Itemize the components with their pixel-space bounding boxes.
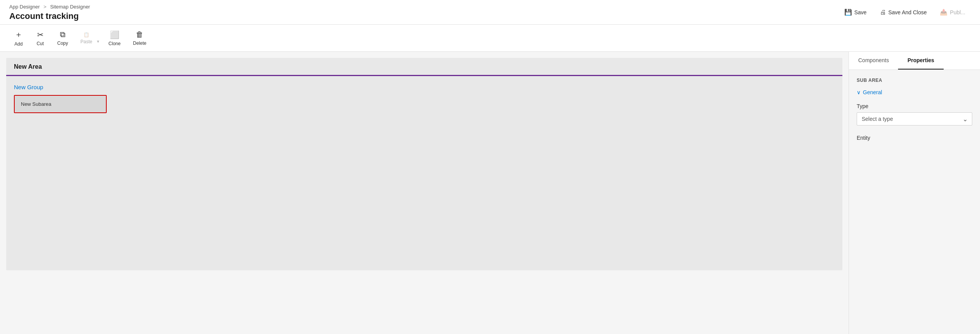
header-left: App Designer > Sitemap Designer Account … [9,4,90,21]
breadcrumb-sitemap-designer[interactable]: Sitemap Designer [50,4,90,10]
main-layout: New Area New Group New Subarea Component… [0,52,980,334]
canvas-area: New Area New Group New Subarea [0,52,849,334]
breadcrumb-separator: > [43,4,46,10]
add-icon: ＋ [15,29,22,40]
area-header[interactable]: New Area [6,58,842,76]
tab-properties-label: Properties [907,57,934,63]
save-and-close-label: Save And Close [888,9,927,15]
paste-button[interactable]: 📋 Paste [74,30,95,47]
paste-chevron-icon: ▼ [96,39,100,44]
copy-icon: ⧉ [60,30,65,39]
paste-group: 📋 Paste ▼ [74,30,102,47]
save-close-icon: 🖨 [880,9,886,16]
subarea-card[interactable]: New Subarea [14,95,107,113]
tab-components[interactable]: Components [849,52,898,70]
save-button[interactable]: 💾 Save [839,6,872,18]
delete-button[interactable]: 🗑 Delete [127,28,153,48]
type-select[interactable]: Select a type [857,112,972,125]
page-title: Account tracking [9,11,90,21]
subarea-title: New Subarea [21,101,100,107]
paste-label: Paste [80,39,92,44]
type-select-wrapper: Select a type [857,112,972,125]
breadcrumb-app-designer[interactable]: App Designer [9,4,40,10]
delete-label: Delete [133,41,147,46]
save-label: Save [854,9,867,15]
clone-label: Clone [109,41,121,46]
publish-icon: 📤 [940,8,948,16]
area-title: New Area [14,63,835,70]
save-icon: 💾 [844,8,852,16]
publish-label: Publ... [950,9,965,15]
chevron-down-icon: ∨ [857,89,861,95]
tab-properties[interactable]: Properties [898,52,943,70]
panel-group-label: General [863,89,882,95]
group-title[interactable]: New Group [14,84,835,90]
panel-section-title: SUB AREA [857,78,972,83]
cut-label: Cut [37,41,44,46]
panel-group-header[interactable]: ∨ General [857,89,972,95]
right-panel: Components Properties SUB AREA ∨ General… [849,52,980,334]
breadcrumb: App Designer > Sitemap Designer [9,4,90,10]
delete-icon: 🗑 [136,30,143,39]
cut-icon: ✂ [37,30,44,39]
panel-tabs: Components Properties [849,52,980,70]
header-right: 💾 Save 🖨 Save And Close 📤 Publ... [839,4,971,18]
entity-field-label: Entity [857,135,972,141]
area-content: New Group New Subarea [6,76,842,121]
toolbar: ＋ Add ✂ Cut ⧉ Copy 📋 Paste ▼ ⬜ Clone 🗑 D… [0,25,980,52]
publish-button[interactable]: 📤 Publ... [934,6,971,18]
type-field-label: Type [857,103,972,109]
panel-content: SUB AREA ∨ General Type Select a type En… [849,70,980,334]
tab-components-label: Components [858,57,889,63]
header: App Designer > Sitemap Designer Account … [0,0,980,25]
paste-icon: 📋 [84,32,89,37]
add-button[interactable]: ＋ Add [8,27,29,49]
save-and-close-button[interactable]: 🖨 Save And Close [874,7,932,18]
cut-button[interactable]: ✂ Cut [29,28,51,49]
area-card: New Area New Group New Subarea [6,58,842,270]
copy-button[interactable]: ⧉ Copy [51,28,74,48]
clone-button[interactable]: ⬜ Clone [102,28,127,49]
add-label: Add [14,41,22,47]
clone-icon: ⬜ [110,30,119,39]
paste-dropdown-arrow[interactable]: ▼ [95,30,102,47]
copy-label: Copy [57,41,68,46]
